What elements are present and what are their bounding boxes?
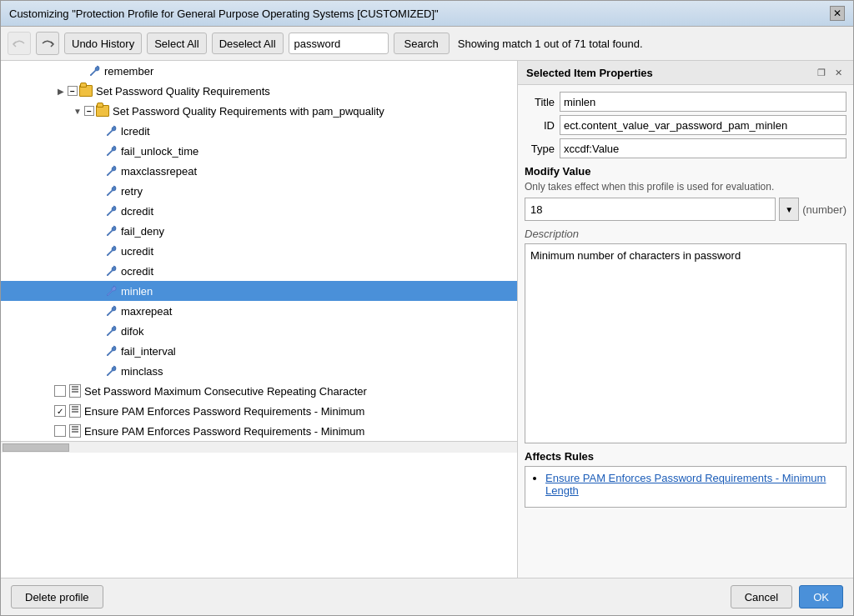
checkbox-ensure-pam-2[interactable] <box>54 425 66 437</box>
delete-profile-button[interactable]: Delete profile <box>11 585 103 608</box>
value-unit: (number) <box>802 203 846 216</box>
tree-item-lcredit[interactable]: lcredit <box>1 121 517 141</box>
doc-icon-ensure-pam-2 <box>69 424 81 438</box>
tree-item-maxclassrepeat-label: maxclassrepeat <box>121 165 197 178</box>
tree-item-set-password-quality-label: Set Password Quality Requirements <box>96 85 270 98</box>
tree-item-maxrepeat[interactable]: maxrepeat <box>1 301 517 321</box>
tree-item-remember-label: remember <box>104 65 153 78</box>
tree-item-pam-label: Set Password Quality Requirements with p… <box>113 105 384 118</box>
right-panel: Selected Item Properties ❐ ✕ Title ID Ty… <box>518 61 853 578</box>
tree-item-difok-label: difok <box>121 325 143 338</box>
tree-item-remember[interactable]: remember <box>1 61 517 81</box>
tree-item-fail-deny-label: fail_deny <box>121 225 164 238</box>
tree-item-fail-unlock-time[interactable]: fail_unlock_time <box>1 141 517 161</box>
tree-item-set-pass-max-consec[interactable]: Set Password Maximum Consecutive Repeati… <box>1 381 517 401</box>
id-input[interactable] <box>560 115 846 135</box>
panel-close-button[interactable]: ✕ <box>831 66 845 79</box>
wrench-icon-difok <box>104 324 118 338</box>
value-dropdown-button[interactable]: ▼ <box>779 198 799 221</box>
expand-toggle[interactable]: ▼ <box>71 104 84 118</box>
description-label: Description <box>525 228 846 240</box>
search-button[interactable]: Search <box>394 33 450 54</box>
footer: Delete profile Cancel OK <box>1 578 853 615</box>
wrench-icon-lcredit <box>104 124 118 138</box>
dialog-title: Customizing "Protection Profile for Gene… <box>9 8 439 20</box>
undo-icon <box>13 37 26 50</box>
modify-value-subtitle: Only takes effect when this profile is u… <box>525 181 846 193</box>
wrench-icon-failinterval <box>104 344 118 358</box>
redo-button[interactable] <box>36 32 59 55</box>
tree-item-ocredit-label: ocredit <box>121 265 153 278</box>
tree-scrollbar-horizontal[interactable] <box>1 441 517 453</box>
ok-button[interactable]: OK <box>799 585 843 608</box>
close-button[interactable]: ✕ <box>830 6 845 21</box>
wrench-icon-minclass <box>104 364 118 378</box>
title-input[interactable] <box>560 92 846 112</box>
tree-item-set-pass-max-label: Set Password Maximum Consecutive Repeati… <box>84 385 367 398</box>
right-panel-title: Selected Item Properties <box>526 67 653 79</box>
minus-icon-pam: − <box>84 106 94 116</box>
right-panel-header: Selected Item Properties ❐ ✕ <box>518 61 853 85</box>
value-input[interactable] <box>525 198 776 221</box>
properties-grid: Title ID Type <box>518 85 853 165</box>
wrench-icon-failunlock <box>104 144 118 158</box>
main-dialog: Customizing "Protection Profile for Gene… <box>0 0 854 616</box>
wrench-icon-dcredit <box>104 204 118 218</box>
cancel-button[interactable]: Cancel <box>731 585 792 608</box>
tree-panel[interactable]: remember ▶ − Set Password Quality Requir… <box>1 61 518 578</box>
footer-right: Cancel OK <box>731 585 843 608</box>
footer-left: Delete profile <box>11 585 103 608</box>
tree-item-set-password-quality-pam[interactable]: ▼ − Set Password Quality Requirements wi… <box>1 101 517 121</box>
doc-icon-set-pass-max <box>69 384 81 398</box>
tree-item-fail-deny[interactable]: fail_deny <box>1 221 517 241</box>
tree-item-ocredit[interactable]: ocredit <box>1 261 517 281</box>
undo-history-button[interactable]: Undo History <box>64 33 142 54</box>
tree-item-fail-interval-label: fail_interval <box>121 345 176 358</box>
affects-rules-link[interactable]: Ensure PAM Enforces Password Requirement… <box>545 472 826 497</box>
tree-item-ucredit-label: ucredit <box>121 245 153 258</box>
checkbox-set-pass-max[interactable] <box>54 385 66 397</box>
tree-item-fail-unlock-label: fail_unlock_time <box>121 145 198 158</box>
folder-icon-pam <box>96 105 109 117</box>
tree-item-fail-interval[interactable]: fail_interval <box>1 341 517 361</box>
affects-rules-box: Ensure PAM Enforces Password Requirement… <box>525 466 846 508</box>
tree-item-minlen[interactable]: minlen <box>1 281 517 301</box>
tree-scrollbar-thumb[interactable] <box>3 443 69 452</box>
deselect-all-button[interactable]: Deselect All <box>212 33 284 54</box>
tree-item-minclass[interactable]: minclass <box>1 361 517 381</box>
wrench-icon-faildeny <box>104 224 118 238</box>
restore-button[interactable]: ❐ <box>815 66 828 79</box>
tree-item-maxclassrepeat[interactable]: maxclassrepeat <box>1 161 517 181</box>
tree-item-minclass-label: minclass <box>121 365 163 378</box>
doc-icon-ensure-pam-1 <box>69 404 81 418</box>
toolbar: Undo History Select All Deselect All Sea… <box>1 27 853 61</box>
undo-button[interactable] <box>8 32 31 55</box>
type-label: Type <box>525 143 555 155</box>
type-row: Type <box>525 138 846 158</box>
wrench-icon-maxrepeat <box>104 304 118 318</box>
main-content: remember ▶ − Set Password Quality Requir… <box>1 61 853 578</box>
tree-item-minlen-label: minlen <box>121 285 153 298</box>
wrench-icon-maxclass <box>104 164 118 178</box>
modify-value-title: Modify Value <box>525 165 846 178</box>
tree-item-difok[interactable]: difok <box>1 321 517 341</box>
redo-icon <box>41 37 54 50</box>
wrench-icon-retry <box>104 184 118 198</box>
tree-item-ensure-pam-2-label: Ensure PAM Enforces Password Requirement… <box>84 425 364 438</box>
tree-item-set-password-quality[interactable]: ▶ − Set Password Quality Requirements <box>1 81 517 101</box>
checkbox-ensure-pam-1[interactable]: ✓ <box>54 405 66 417</box>
type-input[interactable] <box>560 138 846 158</box>
search-input[interactable] <box>289 33 389 54</box>
wrench-icon-ocredit <box>104 264 118 278</box>
description-box: Minimum number of characters in password <box>525 243 846 443</box>
folder-icon <box>79 85 93 97</box>
tree-item-dcredit[interactable]: dcredit <box>1 201 517 221</box>
tree-item-ucredit[interactable]: ucredit <box>1 241 517 261</box>
collapse-toggle[interactable]: ▶ <box>54 84 68 98</box>
tree-item-ensure-pam-2[interactable]: Ensure PAM Enforces Password Requirement… <box>1 421 517 441</box>
wrench-icon-minlen <box>104 284 118 298</box>
minus-icon: − <box>68 86 78 96</box>
tree-item-ensure-pam-1[interactable]: ✓ Ensure PAM Enforces Password Requireme… <box>1 401 517 421</box>
tree-item-retry[interactable]: retry <box>1 181 517 201</box>
select-all-button[interactable]: Select All <box>147 33 206 54</box>
